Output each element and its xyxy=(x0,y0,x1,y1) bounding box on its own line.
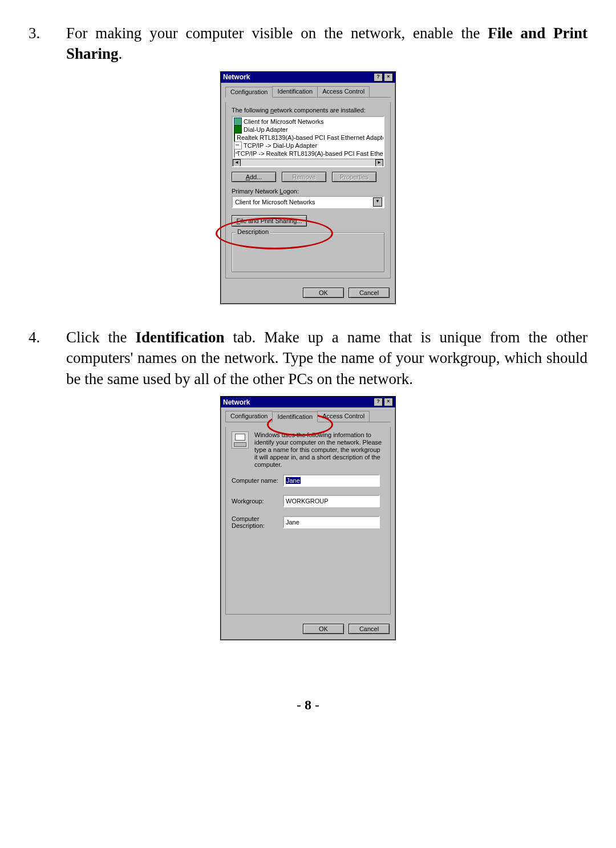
cancel-button[interactable]: Cancel xyxy=(348,288,390,298)
computer-name-label: Computer name: xyxy=(232,477,283,484)
chevron-down-icon[interactable]: ▼ xyxy=(373,197,382,207)
list-item[interactable]: TCP/IP -> Dial-Up Adapter xyxy=(234,142,382,150)
remove-button: Remove xyxy=(282,172,326,182)
scroll-left-icon[interactable]: ◄ xyxy=(233,159,241,167)
help-icon[interactable]: ? xyxy=(374,73,383,82)
tab-configuration[interactable]: Configuration xyxy=(225,411,273,422)
identification-blurb: Windows uses the following information t… xyxy=(254,431,384,469)
close-icon[interactable]: × xyxy=(384,398,393,406)
properties-button: Properties xyxy=(332,172,376,182)
computer-icon xyxy=(232,431,249,449)
list-item[interactable]: Client for Microsoft Networks xyxy=(234,118,382,126)
tabs: Configuration Identification Access Cont… xyxy=(225,411,391,422)
workgroup-value: WORKGROUP xyxy=(286,498,329,504)
tab-access-control[interactable]: Access Control xyxy=(317,86,370,97)
titlebar: Network ? × xyxy=(221,72,395,83)
primary-logon-label: Primary Network Logon: xyxy=(232,188,384,195)
step-3: 3. For making your computer visible on t… xyxy=(29,23,587,64)
step-3-number: 3. xyxy=(29,23,66,64)
dialog-title: Network xyxy=(223,398,250,406)
network-dialog-configuration: Network ? × Configuration Identification… xyxy=(220,71,396,304)
tab-configuration[interactable]: Configuration xyxy=(225,87,273,98)
dialog2-wrap: Network ? × Configuration Identification… xyxy=(29,396,587,640)
step-4: 4. Click the Identification tab. Make up… xyxy=(29,327,587,389)
step-4-text-a: Click the xyxy=(66,329,135,346)
description-group: Description xyxy=(232,232,384,272)
computer-description-label: ComputerDescription: xyxy=(232,515,283,529)
add-button[interactable]: Add... xyxy=(232,172,276,182)
scroll-right-icon[interactable]: ► xyxy=(375,159,383,167)
cancel-button[interactable]: Cancel xyxy=(348,624,390,634)
installed-components-label: The following network components are ins… xyxy=(232,107,384,114)
step-3-text-b: . xyxy=(119,45,123,62)
dialog1-wrap: Network ? × Configuration Identification… xyxy=(29,71,587,304)
adapter-icon xyxy=(234,126,242,134)
description-label: Description xyxy=(236,228,270,235)
page-number: - 8 - xyxy=(29,663,587,730)
step-4-number: 4. xyxy=(29,327,66,389)
dialog-footer: OK Cancel xyxy=(221,283,395,304)
ok-button[interactable]: OK xyxy=(303,288,344,298)
file-and-print-sharing-button[interactable]: File and Print Sharing... xyxy=(232,215,307,227)
list-item[interactable]: Realtek RTL8139(A)-based PCI Fast Ethern… xyxy=(234,134,382,142)
horizontal-scrollbar[interactable]: ◄ ► xyxy=(233,159,383,166)
step-3-text-a: For making your computer visible on the … xyxy=(66,25,488,42)
workgroup-label: Workgroup: xyxy=(232,498,283,504)
close-icon[interactable]: × xyxy=(384,73,393,82)
titlebar: Network ? × xyxy=(221,397,395,407)
identification-panel: Windows uses the following information t… xyxy=(225,427,391,615)
tab-identification[interactable]: Identification xyxy=(272,411,318,422)
help-icon[interactable]: ? xyxy=(374,398,383,406)
primary-logon-value: Client for Microsoft Networks xyxy=(235,199,315,205)
configuration-panel: The following network components are ins… xyxy=(225,102,391,278)
tab-access-control[interactable]: Access Control xyxy=(317,411,370,422)
ok-button[interactable]: OK xyxy=(303,624,344,634)
protocol-icon xyxy=(234,142,242,150)
adapter-icon xyxy=(234,134,235,142)
computer-description-value: Jane xyxy=(286,519,299,526)
client-icon xyxy=(234,118,242,126)
primary-logon-dropdown[interactable]: Client for Microsoft Networks ▼ xyxy=(232,196,384,208)
step-4-bold: Identification xyxy=(135,329,224,346)
protocol-icon xyxy=(234,150,235,158)
tab-identification[interactable]: Identification xyxy=(272,86,318,97)
computer-description-field[interactable]: Jane xyxy=(283,516,380,528)
workgroup-field[interactable]: WORKGROUP xyxy=(283,495,380,507)
tabs: Configuration Identification Access Cont… xyxy=(225,86,391,98)
list-item[interactable]: TCP/IP -> Realtek RTL8139(A)-based PCI F… xyxy=(234,150,382,158)
list-item[interactable]: Dial-Up Adapter xyxy=(234,126,382,134)
dialog-footer: OK Cancel xyxy=(221,619,395,640)
computer-name-field[interactable]: Jane xyxy=(283,474,380,487)
dialog-title: Network xyxy=(223,73,250,81)
step-3-body: For making your computer visible on the … xyxy=(66,23,587,64)
computer-name-value: Jane xyxy=(286,477,301,484)
network-dialog-identification: Network ? × Configuration Identification… xyxy=(220,396,396,640)
step-4-body: Click the Identification tab. Make up a … xyxy=(66,327,587,389)
components-listbox[interactable]: Client for Microsoft Networks Dial-Up Ad… xyxy=(232,116,384,167)
